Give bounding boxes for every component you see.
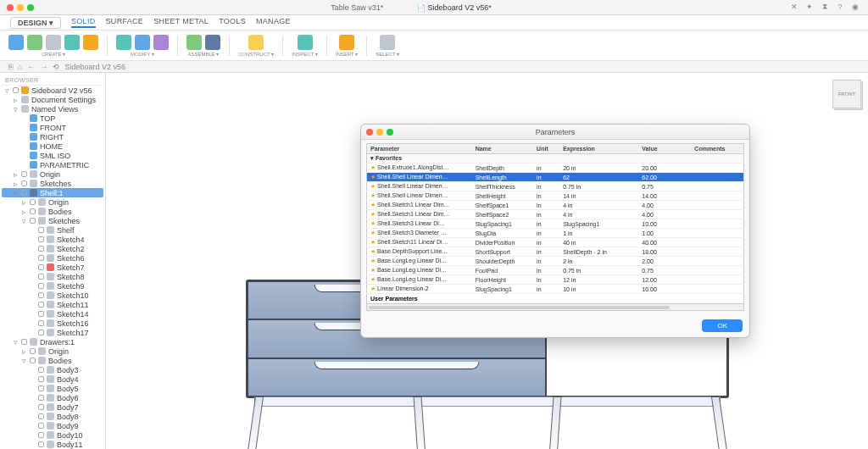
cell-unit[interactable]: in [533, 164, 559, 173]
cell-name[interactable]: SlugSpacing1 [472, 219, 533, 229]
cell-comments[interactable] [691, 201, 743, 210]
cell-param[interactable]: Shell.Sketch11 Linear Di… [367, 238, 472, 247]
visibility-toggle[interactable] [30, 348, 36, 354]
cell-name[interactable]: SlugDia [472, 229, 533, 238]
cell-unit[interactable]: in [533, 201, 559, 210]
cell-unit[interactable]: in [533, 229, 559, 238]
cell-value[interactable]: 4.00 [638, 201, 691, 210]
ribbon-group-label[interactable]: CONSTRUCT ▾ [238, 51, 274, 57]
visibility-toggle[interactable] [38, 302, 44, 308]
plane-icon[interactable] [248, 35, 264, 50]
cell-unit[interactable]: in [533, 257, 559, 266]
visibility-toggle[interactable] [38, 367, 44, 373]
ribbon-group-label[interactable]: CREATE ▾ [42, 51, 66, 57]
dialog-titlebar[interactable]: Parameters [361, 125, 749, 140]
ribbon-group-label[interactable]: ASSEMBLE ▾ [187, 51, 219, 57]
cell-param[interactable]: Base.LongLeg Linear Di… [367, 275, 472, 285]
cell-expr[interactable]: 2 in [559, 257, 638, 266]
cell-unit[interactable]: in [533, 247, 559, 257]
tree-item[interactable]: Sketch14 [2, 309, 103, 319]
cell-expr[interactable]: SlugSpacing1 [559, 219, 638, 229]
cell-expr[interactable]: 0.75 in [559, 182, 638, 191]
cell-comments[interactable] [691, 285, 743, 294]
cell-expr[interactable]: 0.75 in [559, 266, 638, 275]
parameter-row[interactable]: Shell.Shell Linear Dimen…ShellThicknessi… [367, 182, 744, 191]
visibility-toggle[interactable] [30, 358, 36, 363]
parameter-row[interactable]: Shell.Sketch1 Linear Dim…ShelfSpace2in4 … [367, 210, 744, 219]
cell-param[interactable]: Base.LongLeg Linear Di… [367, 257, 472, 266]
ribbon-group-label[interactable]: SELECT ▾ [376, 51, 399, 57]
tree-item[interactable]: Body6 [2, 393, 103, 402]
visibility-toggle[interactable] [38, 320, 44, 326]
cell-comments[interactable] [691, 182, 743, 191]
notifications-icon[interactable]: ✦ [805, 3, 814, 12]
parameter-row[interactable]: Base.LongLeg Linear Di…ShoulderDepthin2 … [367, 257, 744, 266]
tab-sheetmetal[interactable]: SHEET METAL [153, 17, 209, 28]
visibility-toggle[interactable] [30, 199, 36, 205]
cell-comments[interactable] [691, 191, 743, 201]
cell-unit[interactable]: in [533, 275, 559, 285]
tree-item[interactable]: HOME [2, 141, 103, 151]
cell-comments[interactable] [691, 164, 743, 173]
cell-expr[interactable]: 4 in [559, 210, 638, 219]
cell-value[interactable]: 1.00 [638, 229, 691, 238]
tree-item[interactable]: Body11 [2, 440, 103, 449]
visibility-toggle[interactable] [38, 246, 44, 252]
path-item[interactable]: → [40, 63, 47, 71]
revolve-icon[interactable] [83, 35, 98, 50]
maximize-icon[interactable] [27, 4, 34, 11]
expand-icon[interactable]: ▹ [20, 198, 27, 207]
visibility-toggle[interactable] [38, 255, 44, 261]
box-icon[interactable] [46, 35, 61, 50]
visibility-toggle[interactable] [38, 404, 44, 410]
extrude-icon[interactable] [64, 35, 80, 50]
cell-name[interactable]: FloorHeight [472, 275, 533, 285]
tree-item[interactable]: ▹Document Settings [2, 95, 103, 104]
tree-item[interactable]: Body5 [2, 384, 103, 393]
visibility-toggle[interactable] [38, 423, 44, 429]
cell-name[interactable]: FootPad [472, 266, 533, 275]
cell-comments[interactable] [691, 257, 743, 266]
fillet-icon[interactable] [116, 35, 131, 50]
cell-expr[interactable]: ShellDepth - 2 in [559, 247, 638, 257]
cell-comments[interactable] [691, 247, 743, 257]
cell-param[interactable]: Shell.Shell Linear Dimen… [367, 182, 472, 191]
close-icon[interactable] [7, 4, 14, 11]
visibility-toggle[interactable] [38, 236, 44, 242]
tree-item[interactable]: ▹Sketches [2, 179, 103, 188]
cell-unit[interactable]: in [533, 182, 559, 191]
cell-value[interactable]: 0.75 [638, 182, 691, 191]
tree-item[interactable]: Body3 [2, 365, 103, 374]
new-design-icon[interactable] [8, 35, 24, 50]
cell-expr[interactable]: 4 in [559, 201, 638, 210]
cell-param[interactable]: Base.LongLeg Linear Di… [367, 266, 472, 275]
expand-icon[interactable]: ▹ [12, 96, 19, 104]
cell-param[interactable]: Shell.Shell Linear Dimen… [367, 173, 472, 182]
extensions-icon[interactable]: ✕ [790, 3, 798, 12]
parameters-table[interactable]: ParameterNameUnitExpressionValueComments… [366, 143, 744, 294]
select-icon[interactable] [380, 35, 395, 50]
cell-value[interactable]: 62.00 [638, 173, 691, 182]
tree-item[interactable]: PARAMETRIC [2, 160, 103, 169]
cell-param[interactable]: Linear Dimension-2 [367, 285, 472, 294]
parameter-row[interactable]: Base.DepthSupport Line…ShortSupportinShe… [367, 247, 744, 257]
path-item[interactable]: ← [27, 63, 35, 71]
cell-unit[interactable]: in [533, 191, 559, 201]
cell-comments[interactable] [691, 275, 743, 285]
cell-unit[interactable]: in [533, 210, 559, 219]
visibility-toggle[interactable] [21, 180, 27, 186]
cell-unit[interactable]: in [533, 285, 559, 294]
visibility-toggle[interactable] [38, 274, 44, 280]
visibility-toggle[interactable] [38, 441, 44, 447]
tree-item[interactable]: ▹Origin [2, 346, 103, 356]
expand-icon[interactable]: ▿ [12, 105, 19, 114]
visibility-toggle[interactable] [38, 376, 44, 382]
cell-expr[interactable]: 40 in [559, 238, 638, 247]
cell-comments[interactable] [691, 173, 743, 182]
ok-button[interactable]: OK [702, 319, 743, 332]
cell-value[interactable]: 40.00 [638, 238, 691, 247]
tree-item[interactable]: Sketch16 [2, 319, 103, 328]
visibility-toggle[interactable] [21, 190, 27, 196]
visibility-toggle[interactable] [38, 264, 44, 270]
expand-icon[interactable]: ▹ [12, 180, 19, 188]
